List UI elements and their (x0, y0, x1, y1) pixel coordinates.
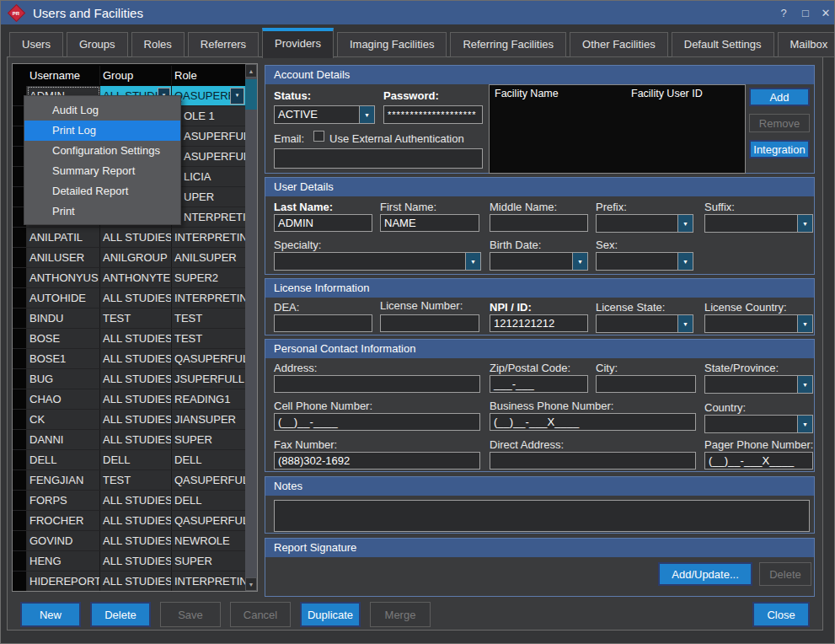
group-cell: ALL STUDIES (100, 430, 172, 449)
close-button[interactable]: Close (752, 602, 810, 627)
column-header-username[interactable]: Username (27, 66, 100, 85)
table-row[interactable]: BINDU TEST TEST (13, 309, 245, 329)
menu-item-summary-report[interactable]: Summary Report (24, 161, 180, 181)
duplicate-button[interactable]: Duplicate (300, 602, 361, 627)
chevron-down-icon[interactable]: ▼ (572, 253, 587, 270)
status-dropdown[interactable]: ACTIVE ▼ (274, 105, 375, 124)
zip-field[interactable]: ___-___ (490, 375, 588, 393)
chevron-down-icon[interactable]: ▼ (359, 106, 374, 123)
npi-field[interactable]: 1212121212 (490, 314, 588, 332)
cell-phone-field[interactable]: (__)__-____ (274, 413, 480, 431)
chevron-down-icon[interactable]: ▼ (797, 215, 812, 232)
role-cell: ASUPERFUL (172, 126, 245, 146)
password-field[interactable]: ******************** (383, 105, 483, 124)
close-icon[interactable]: ✕ (816, 1, 835, 24)
chevron-down-icon[interactable]: ▼ (677, 215, 693, 232)
business-phone-field[interactable]: (__)__-___X____ (490, 413, 696, 431)
city-field[interactable] (596, 375, 696, 393)
table-row[interactable]: HIDEREPORT ALL STUDIES INTERPRETIN (13, 572, 245, 591)
table-row[interactable]: HENG ALL STUDIES SUPER (13, 551, 245, 572)
tab-users[interactable]: Users (9, 32, 63, 57)
table-row[interactable]: CK ALL STUDIES JIANSUPER (13, 410, 245, 430)
role-dropdown-icon[interactable]: ▼ (230, 88, 244, 105)
tab-referrers[interactable]: Referrers (188, 32, 259, 57)
state-province-dropdown[interactable]: ▼ (704, 375, 813, 394)
license-number-field[interactable] (380, 314, 479, 332)
column-header-role[interactable]: Role (172, 66, 245, 85)
scrollbar-thumb[interactable] (245, 79, 257, 110)
chevron-down-icon[interactable]: ▼ (797, 315, 812, 332)
table-row[interactable]: BUG ALL STUDIES JSUPERFULL (13, 369, 245, 389)
merge-button[interactable]: Merge (370, 602, 431, 627)
signature-delete-button[interactable]: Delete (759, 562, 811, 586)
dea-field[interactable] (274, 314, 372, 332)
tab-providers[interactable]: Providers (262, 28, 334, 58)
tab-roles[interactable]: Roles (131, 32, 185, 57)
prefix-dropdown[interactable]: ▼ (596, 214, 693, 233)
add-update-button[interactable]: Add/Update... (658, 562, 752, 586)
help-icon[interactable]: ? (773, 1, 794, 24)
license-country-dropdown[interactable]: ▼ (704, 314, 813, 333)
remove-button[interactable]: Remove (749, 114, 810, 132)
table-row[interactable]: BOSE1 ALL STUDIES QASUPERFUL (13, 349, 245, 369)
table-row[interactable]: DANNI ALL STUDIES SUPER (13, 430, 245, 450)
chevron-down-icon[interactable]: ▼ (677, 315, 693, 332)
save-button[interactable]: Save (160, 602, 221, 627)
integration-button[interactable]: Integration (749, 140, 810, 158)
chevron-down-icon[interactable]: ▼ (677, 253, 693, 270)
table-row[interactable]: ANTHONYUS ANTHONYTE SUPER2 (13, 268, 245, 288)
menu-item-print[interactable]: Print (24, 201, 180, 222)
column-header-group[interactable]: Group (100, 66, 172, 85)
table-row[interactable]: BOSE ALL STUDIES TEST (13, 329, 245, 349)
last-name-field[interactable]: ADMIN (274, 214, 372, 232)
scroll-up-icon[interactable]: ▲ (245, 64, 257, 78)
app-icon: PR (8, 3, 25, 21)
chevron-down-icon[interactable]: ▼ (797, 416, 812, 432)
scroll-down-icon[interactable]: ▼ (245, 577, 257, 591)
delete-button[interactable]: Delete (90, 602, 151, 627)
notes-textarea[interactable] (274, 500, 810, 532)
role-cell-combo[interactable]: QASUPERF ▼ (172, 86, 245, 105)
chevron-down-icon[interactable]: ▼ (465, 253, 480, 270)
table-row[interactable]: AUTOHIDE ALL STUDIES INTERPRETIN (13, 288, 245, 309)
birth-date-dropdown[interactable]: ▼ (490, 252, 588, 271)
cancel-button[interactable]: Cancel (230, 602, 291, 627)
table-row[interactable]: FORPS ALL STUDIES DELL (13, 491, 245, 511)
table-row[interactable]: ANILPATIL ALL STUDIES INTERPRETIN (13, 228, 245, 248)
table-row[interactable]: CHAO ALL STUDIES READING1 (13, 389, 245, 410)
direct-address-field[interactable] (490, 452, 696, 470)
table-row[interactable]: FENGJIAN TEST QASUPERFUL (13, 470, 245, 491)
email-field[interactable] (274, 148, 483, 169)
menu-item-print-log[interactable]: Print Log (24, 121, 180, 141)
table-row[interactable]: FROCHER ALL STUDIES QASUPERFUL (13, 511, 245, 531)
country-dropdown[interactable]: ▼ (704, 415, 813, 433)
new-button[interactable]: New (20, 602, 81, 627)
sex-dropdown[interactable]: ▼ (596, 252, 693, 271)
first-name-field[interactable]: NAME (380, 214, 479, 232)
external-auth-checkbox[interactable] (313, 131, 324, 142)
facility-list[interactable]: Facility Name Facility User ID (489, 84, 746, 174)
table-row[interactable]: GOVIND ALL STUDIES NEWROLE (13, 531, 245, 551)
menu-item-configuration-settings[interactable]: Configuration Settings (24, 141, 180, 161)
tab-referring-facilities[interactable]: Referring Facilities (450, 32, 566, 57)
chevron-down-icon[interactable]: ▼ (797, 376, 812, 393)
menu-item-detailed-report[interactable]: Detailed Report (24, 181, 180, 201)
fax-field[interactable]: (888)302-1692 (274, 452, 480, 470)
table-scrollbar[interactable]: ▲ ▼ (245, 64, 257, 591)
tab-imaging-facilities[interactable]: Imaging Facilities (337, 32, 447, 57)
middle-name-field[interactable] (490, 214, 588, 232)
table-row[interactable]: ANILUSER ANILGROUP ANILSUPER (13, 248, 245, 268)
specialty-dropdown[interactable]: ▼ (274, 252, 481, 271)
tab-mailbox[interactable]: Mailbox (778, 32, 835, 57)
pager-phone-field[interactable]: (__)__-___X____ (704, 452, 813, 470)
tab-groups[interactable]: Groups (67, 32, 128, 57)
suffix-dropdown[interactable]: ▼ (704, 214, 813, 233)
license-state-dropdown[interactable]: ▼ (596, 314, 693, 333)
menu-item-audit-log[interactable]: Audit Log (24, 100, 180, 121)
address-field[interactable] (274, 375, 480, 393)
tab-other-facilities[interactable]: Other Facilities (570, 32, 668, 57)
add-button[interactable]: Add (749, 88, 810, 106)
table-row[interactable]: DELL DELL DELL (13, 450, 245, 470)
tab-default-settings[interactable]: Default Settings (672, 32, 774, 57)
maximize-icon[interactable]: □ (795, 1, 816, 24)
